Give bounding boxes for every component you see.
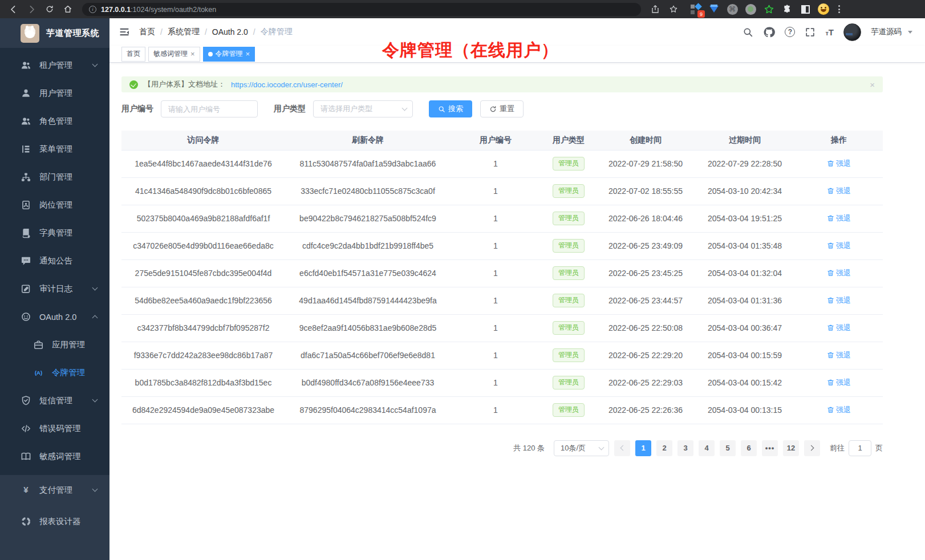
- sidebar-item-oauth2-app[interactable]: 应用管理: [0, 331, 109, 359]
- page-size-select[interactable]: 10条/页: [554, 440, 609, 456]
- force-logout-button[interactable]: 强退: [827, 405, 851, 415]
- force-logout-button[interactable]: 强退: [827, 241, 851, 251]
- user-type-tag: 管理员: [553, 321, 585, 335]
- close-icon[interactable]: ×: [190, 50, 195, 58]
- col-refresh-token: 刷新令牌: [285, 131, 451, 150]
- profile-avatar-emoji[interactable]: [818, 3, 829, 15]
- sidebar-item-sensitive-word[interactable]: 敏感词管理: [0, 443, 109, 470]
- col-user-type: 用户类型: [541, 131, 597, 150]
- fullscreen-icon[interactable]: [805, 27, 816, 38]
- extension-icon-grid[interactable]: 9: [690, 3, 701, 15]
- page-button-5[interactable]: 5: [720, 440, 736, 456]
- sidebar-item-user[interactable]: 用户管理: [0, 79, 109, 107]
- sidebar: 芋道管理系统 租户管理 用户管理 角色管理 菜单管理 部门管理 岗位管理 字典管…: [0, 18, 109, 560]
- github-icon[interactable]: [763, 26, 775, 38]
- search-icon[interactable]: [743, 27, 753, 38]
- sidebar-item-audit-log[interactable]: 审计日志: [0, 275, 109, 303]
- table-row: 502375b8040a469a9b82188afdf6af1fbe90422b…: [121, 205, 883, 232]
- more-pages-button[interactable]: •••: [762, 440, 778, 456]
- font-size-icon[interactable]: тT: [825, 27, 834, 37]
- search-form: 用户编号 用户类型 请选择用户类型 搜索 重置: [121, 100, 883, 117]
- sidebar-item-report-designer[interactable]: 报表设计器: [0, 508, 109, 535]
- user-type-select[interactable]: 请选择用户类型: [313, 100, 413, 117]
- force-logout-button[interactable]: 强退: [827, 213, 851, 224]
- page-suffix: 页: [875, 443, 883, 453]
- close-icon[interactable]: ×: [246, 50, 250, 58]
- table-header-row: 访问令牌 刷新令牌 用户编号 用户类型 创建时间 过期时间 操作: [121, 131, 883, 150]
- page-button-12[interactable]: 12: [783, 440, 799, 456]
- page-button-3[interactable]: 3: [677, 440, 693, 456]
- chevron-down-icon: [92, 486, 98, 492]
- extension-command-icon[interactable]: ⌘: [727, 3, 738, 15]
- home-button[interactable]: [60, 2, 75, 17]
- breadcrumb-system[interactable]: 系统管理: [168, 27, 200, 37]
- sidebar-toggle-icon[interactable]: [119, 26, 130, 38]
- extension-green-star-icon[interactable]: [763, 3, 774, 15]
- sidebar-item-oauth2-token[interactable]: 令牌管理: [0, 359, 109, 387]
- username[interactable]: 芋道源码: [871, 27, 902, 37]
- extension-gem-icon[interactable]: [708, 3, 720, 15]
- page-button-6[interactable]: 6: [741, 440, 757, 456]
- next-page-button[interactable]: [804, 440, 820, 456]
- page-button-1[interactable]: 1: [635, 440, 651, 456]
- sidebar-item-error-code[interactable]: 错误码管理: [0, 415, 109, 443]
- user-menu-caret-icon[interactable]: [908, 31, 912, 34]
- sidebar-item-sms[interactable]: 短信管理: [0, 387, 109, 415]
- col-user-id: 用户编号: [451, 131, 541, 150]
- sidebar-item-dept[interactable]: 部门管理: [0, 163, 109, 191]
- user-id-input[interactable]: [168, 105, 250, 113]
- force-logout-button[interactable]: 强退: [827, 350, 851, 360]
- user-type-tag: 管理员: [553, 348, 585, 362]
- col-created: 创建时间: [597, 131, 695, 150]
- sidebar-item-dict[interactable]: 字典管理: [0, 219, 109, 247]
- reload-button[interactable]: [42, 2, 57, 17]
- extension-puzzle-icon[interactable]: [781, 3, 793, 15]
- token-table: 访问令牌 刷新令牌 用户编号 用户类型 创建时间 过期时间 操作 1ea5e44…: [121, 131, 883, 424]
- goto-page-input[interactable]: [849, 440, 871, 456]
- app-logo-row[interactable]: 芋道管理系统: [0, 18, 109, 48]
- back-button[interactable]: [6, 2, 21, 17]
- sidebar-item-notice[interactable]: 通知公告: [0, 247, 109, 275]
- breadcrumb-home[interactable]: 首页: [139, 27, 155, 37]
- force-logout-button[interactable]: 强退: [827, 323, 851, 333]
- user-type-tag: 管理员: [553, 266, 585, 280]
- chevron-down-icon: [92, 397, 98, 403]
- site-info-icon[interactable]: i: [89, 6, 96, 13]
- share-button[interactable]: [648, 2, 663, 17]
- sidebar-item-oauth2[interactable]: OAuth 2.0: [0, 303, 109, 331]
- sidebar-item-role[interactable]: 角色管理: [0, 107, 109, 135]
- extension-record-icon[interactable]: [745, 3, 756, 15]
- table-row: 6d842e2924594de9a09e45e087323abe8796295f…: [121, 396, 883, 424]
- sidebar-item-tenant[interactable]: 租户管理: [0, 51, 109, 79]
- search-button[interactable]: 搜索: [429, 100, 472, 117]
- reset-button[interactable]: 重置: [480, 100, 524, 117]
- tab-token[interactable]: 令牌管理×: [203, 47, 255, 62]
- user-id-field[interactable]: [161, 100, 258, 117]
- force-logout-button[interactable]: 强退: [827, 186, 851, 196]
- alert-doc-link[interactable]: https://doc.iocoder.cn/user-center/: [231, 80, 343, 89]
- table-row: 41c41346a548490f9dc8b01c6bfe0865333ecfc7…: [121, 177, 883, 205]
- browser-menu-button[interactable]: [835, 5, 843, 13]
- page-button-2[interactable]: 2: [656, 440, 672, 456]
- sidebar-item-post[interactable]: 岗位管理: [0, 191, 109, 219]
- address-bar[interactable]: i 127.0.0.1:1024/system/oauth2/token: [82, 3, 641, 16]
- alert-close-icon[interactable]: ×: [870, 80, 875, 90]
- sidebar-item-menu[interactable]: 菜单管理: [0, 135, 109, 163]
- extension-sidebar-icon[interactable]: [800, 3, 811, 15]
- chevron-down-icon: [92, 285, 98, 291]
- prev-page-button[interactable]: [614, 440, 630, 456]
- sidebar-item-pay[interactable]: 支付管理: [0, 476, 109, 504]
- forward-button[interactable]: [24, 2, 39, 17]
- force-logout-button[interactable]: 强退: [827, 159, 851, 169]
- force-logout-button[interactable]: 强退: [827, 268, 851, 278]
- tab-sensitive-word[interactable]: 敏感词管理×: [148, 47, 200, 62]
- breadcrumb-oauth2[interactable]: OAuth 2.0: [212, 27, 248, 36]
- table-row: b0d1785bc3a8482f812db4a3f3bd15ecb0df4980…: [121, 369, 883, 396]
- bookmark-star-button[interactable]: [666, 2, 681, 17]
- help-icon[interactable]: ?: [785, 27, 795, 37]
- force-logout-button[interactable]: 强退: [827, 378, 851, 388]
- tab-home[interactable]: 首页: [121, 47, 145, 62]
- user-avatar[interactable]: [843, 23, 861, 41]
- force-logout-button[interactable]: 强退: [827, 295, 851, 306]
- page-button-4[interactable]: 4: [699, 440, 715, 456]
